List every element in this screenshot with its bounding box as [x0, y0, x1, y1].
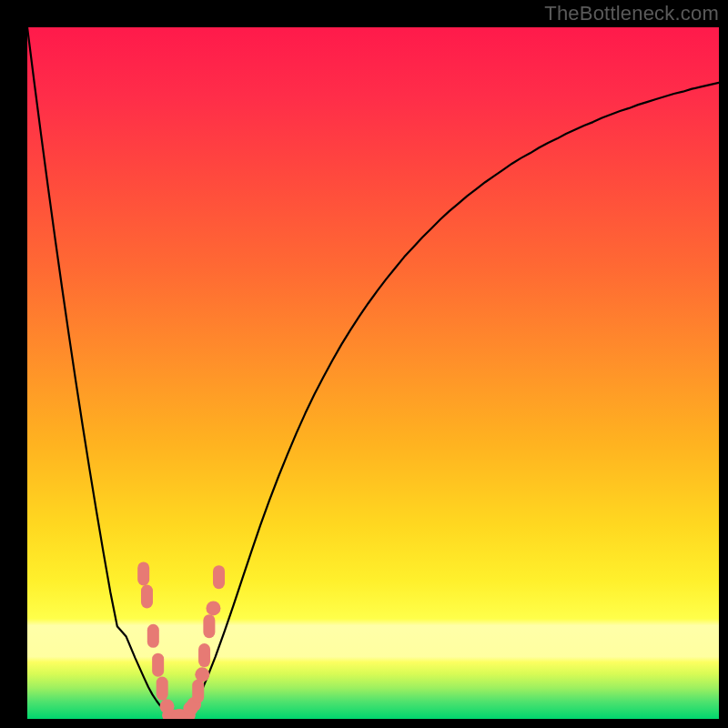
data-marker: [195, 667, 209, 682]
curve-layer: [27, 27, 719, 719]
plot-area: [27, 27, 719, 719]
data-marker: [198, 643, 210, 667]
watermark-text: TheBottleneck.com: [544, 2, 719, 25]
data-marker: [147, 624, 159, 648]
data-marker: [206, 601, 220, 615]
data-marker: [213, 565, 225, 589]
data-marker: [157, 677, 168, 701]
data-marker: [203, 614, 215, 638]
chart-frame: TheBottleneck.com: [0, 0, 728, 728]
data-marker: [152, 653, 164, 677]
bottleneck-curve: [27, 27, 719, 718]
data-marker: [141, 584, 153, 608]
data-marker: [192, 680, 204, 703]
data-marker: [137, 561, 149, 585]
